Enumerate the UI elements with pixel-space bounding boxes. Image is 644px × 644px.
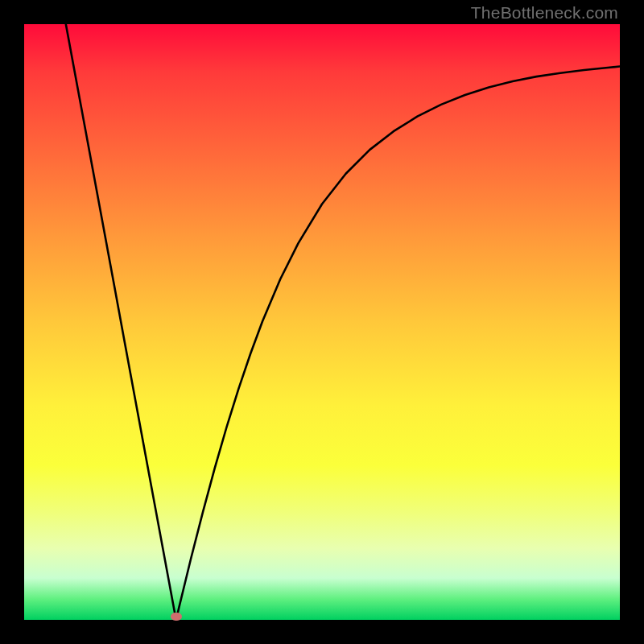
bottleneck-curve <box>24 24 620 620</box>
plot-area <box>24 24 620 620</box>
minimum-marker <box>171 613 182 621</box>
chart-frame: TheBottleneck.com <box>0 0 644 644</box>
watermark-text: TheBottleneck.com <box>471 3 618 23</box>
